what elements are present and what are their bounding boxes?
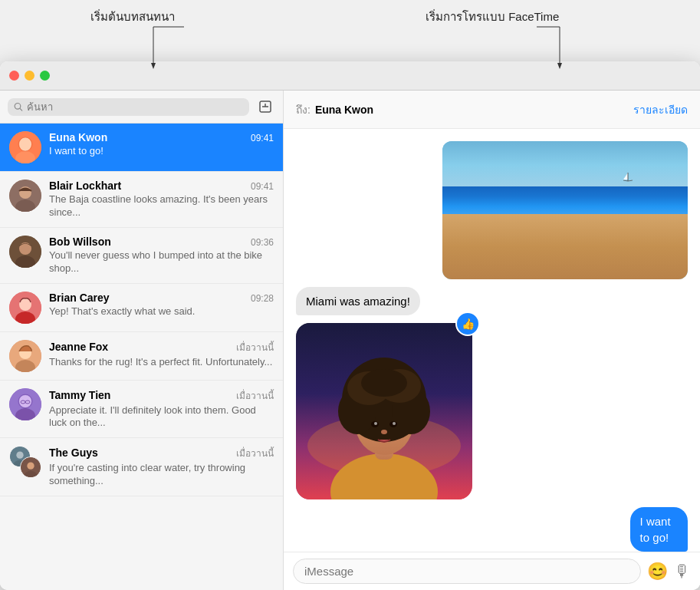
svg-point-38 xyxy=(27,463,34,470)
search-input[interactable] xyxy=(27,101,243,113)
conv-preview-guys: If you're casting into clear water, try … xyxy=(49,462,274,488)
title-bar xyxy=(0,61,700,91)
conv-preview-brian: Yep! That's exactly what we said. xyxy=(49,305,274,318)
conv-item-bob[interactable]: Bob Willson 09:36 You'll never guess who… xyxy=(0,228,283,284)
person-image-bubble: 👍 xyxy=(296,323,472,499)
mic-icon: 🎙 xyxy=(674,562,691,581)
conv-time-guys: เมื่อวานนี้ xyxy=(236,446,274,460)
traffic-lights xyxy=(9,71,50,81)
person-portrait-svg xyxy=(296,323,472,499)
conv-time-brian: 09:28 xyxy=(251,293,274,304)
svg-point-12 xyxy=(19,137,31,151)
annotation-right-text: เริ่มการโทรแบบ FaceTime xyxy=(426,8,559,26)
avatar-jeanne xyxy=(9,340,41,372)
chat-messages: Miami was amazing! xyxy=(284,129,700,552)
msg-want-to-go: I want to go! ส่งแล้ว xyxy=(296,507,688,552)
conv-body-bob: Bob Willson 09:36 You'll never guess who… xyxy=(49,236,274,275)
avatar-tammy xyxy=(9,388,41,420)
svg-line-7 xyxy=(20,108,22,110)
app-window: Euna Kwon 09:41 I want to go! xyxy=(0,61,700,590)
conv-preview-euna: I want to go! xyxy=(49,145,274,158)
chat-input-area: 😊 🎙 xyxy=(284,552,700,590)
conv-time-jeanne: เมื่อวานนี้ xyxy=(236,340,274,354)
search-icon xyxy=(14,102,23,112)
compose-button[interactable] xyxy=(255,97,275,117)
svg-point-108 xyxy=(374,422,377,425)
conv-preview-blair: The Baja coastline looks amazing. It's b… xyxy=(49,193,274,219)
msg-miami-text: Miami was amazing! xyxy=(296,287,688,315)
conv-name-blair: Blair Lockhart xyxy=(49,180,121,192)
conv-body-brian: Brian Carey 09:28 Yep! That's exactly wh… xyxy=(49,292,274,318)
conv-time-blair: 09:41 xyxy=(251,181,274,192)
mic-button[interactable]: 🎙 xyxy=(674,562,691,582)
svg-point-35 xyxy=(16,452,23,459)
thumbs-up-reaction: 👍 xyxy=(455,311,480,336)
msg-person-photo: 👍 xyxy=(296,323,688,499)
conv-time-bob: 09:36 xyxy=(251,237,274,248)
conv-name-bob: Bob Willson xyxy=(49,236,111,248)
emoji-button[interactable]: 😊 xyxy=(647,562,668,582)
conv-body-tammy: Tammy Tien เมื่อวานนี้ Appreciate it. I'… xyxy=(49,388,274,430)
message-input[interactable] xyxy=(293,559,641,584)
conv-name-jeanne: Jeanne Fox xyxy=(49,341,108,353)
want-to-go-text: I want to go! xyxy=(640,515,671,544)
conv-name-guys: The Guys xyxy=(49,447,98,459)
conv-item-jeanne[interactable]: Jeanne Fox เมื่อวานนี้ Thanks for the ru… xyxy=(0,332,283,381)
conv-body-euna: Euna Kwon 09:41 I want to go! xyxy=(49,131,274,158)
conv-body-blair: Blair Lockhart 09:41 The Baja coastline … xyxy=(49,180,274,219)
msg-beach-photo xyxy=(296,141,688,279)
conv-item-guys[interactable]: The Guys เมื่อวานนี้ If you're casting i… xyxy=(0,438,283,496)
search-wrapper[interactable] xyxy=(8,98,249,116)
conv-preview-jeanne: Thanks for the rug! It's a perfect fit. … xyxy=(49,356,274,369)
emoji-icon: 😊 xyxy=(647,562,668,581)
conv-time-euna: 09:41 xyxy=(251,133,274,143)
chat-details-link[interactable]: รายละเอียด xyxy=(633,101,688,118)
content-area: Euna Kwon 09:41 I want to go! xyxy=(0,91,700,590)
svg-point-19 xyxy=(19,242,31,255)
avatar-blair xyxy=(9,180,41,212)
svg-point-109 xyxy=(393,422,396,425)
conv-name-euna: Euna Kwon xyxy=(49,131,107,143)
conv-name-tammy: Tammy Tien xyxy=(49,389,110,401)
chat-area: ถึง: Euna Kwon รายละเอียด xyxy=(284,91,700,590)
avatar-brian xyxy=(9,292,41,324)
avatar-euna xyxy=(9,131,41,163)
conv-name-brian: Brian Carey xyxy=(49,292,110,304)
miami-text: Miami was amazing! xyxy=(306,295,410,308)
avatar-guys xyxy=(9,446,41,478)
sailboat-icon xyxy=(622,172,634,183)
chat-to-label: ถึง: xyxy=(296,101,311,118)
close-button[interactable] xyxy=(9,71,19,81)
svg-marker-92 xyxy=(623,173,628,180)
conv-body-guys: The Guys เมื่อวานนี้ If you're casting i… xyxy=(49,446,274,488)
conv-item-tammy[interactable]: Tammy Tien เมื่อวานนี้ Appreciate it. I'… xyxy=(0,381,283,439)
person-image xyxy=(296,323,472,499)
beach-image xyxy=(442,141,688,279)
search-bar xyxy=(0,91,283,124)
svg-point-107 xyxy=(381,430,387,434)
avatar-bob xyxy=(9,236,41,268)
conv-body-jeanne: Jeanne Fox เมื่อวานนี้ Thanks for the ru… xyxy=(49,340,274,369)
conv-time-tammy: เมื่อวานนี้ xyxy=(236,388,274,403)
want-to-go-bubble: I want to go! xyxy=(630,507,688,552)
minimize-button[interactable] xyxy=(25,71,35,81)
compose-icon xyxy=(258,100,272,114)
conversation-list: Euna Kwon 09:41 I want to go! xyxy=(0,124,283,590)
maximize-button[interactable] xyxy=(40,71,50,81)
annotation-left-text: เริ่มต้นบทสนทนา xyxy=(90,8,175,26)
conv-item-euna[interactable]: Euna Kwon 09:41 I want to go! xyxy=(0,124,283,172)
conv-item-brian[interactable]: Brian Carey 09:28 Yep! That's exactly wh… xyxy=(0,284,283,332)
conv-preview-bob: You'll never guess who I bumped into at … xyxy=(49,249,274,275)
sidebar: Euna Kwon 09:41 I want to go! xyxy=(0,91,284,590)
svg-point-104 xyxy=(361,369,407,397)
chat-contact-name: Euna Kwon xyxy=(315,104,633,116)
chat-header: ถึง: Euna Kwon รายละเอียด xyxy=(284,91,700,129)
conv-item-blair[interactable]: Blair Lockhart 09:41 The Baja coastline … xyxy=(0,172,283,228)
miami-bubble: Miami was amazing! xyxy=(296,287,420,315)
conv-preview-tammy: Appreciate it. I'll definitely look into… xyxy=(49,404,274,430)
